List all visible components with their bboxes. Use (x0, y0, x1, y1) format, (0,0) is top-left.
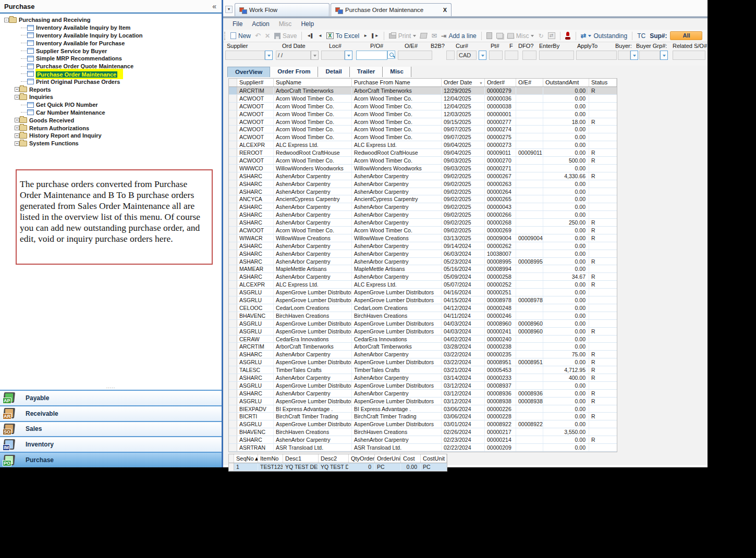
cur-combo[interactable]: CAD (457, 51, 486, 60)
tree-item[interactable]: Simple MRP Recommendations (1, 55, 219, 63)
undo-button[interactable]: ↶ (255, 32, 261, 40)
row-selector-cell[interactable] (229, 420, 237, 428)
row-selector-cell[interactable] (229, 211, 237, 218)
grid-row[interactable]: ASHARCAshenArbor CarpentryAshenArbor Car… (229, 219, 617, 227)
menu-file[interactable]: File (233, 20, 242, 28)
panel-splitter-handle[interactable]: ..... (0, 386, 222, 390)
row-selector-cell[interactable] (229, 374, 237, 381)
tree-item[interactable]: Supplier Service by Buyer (1, 47, 219, 55)
outstanding-dropdown-icon[interactable] (588, 35, 591, 37)
next-record-button[interactable]: ► (363, 33, 368, 38)
grid-row[interactable]: ASHARCAshenArbor CarpentryAshenArbor Car… (229, 242, 617, 250)
grid-row[interactable]: ARCRTIMArborCraft TimberworksArborCraft … (229, 87, 617, 95)
grid-row[interactable]: ASGRLUAspenGrove Lumber DistributorsAspe… (229, 296, 617, 304)
row-selector-cell[interactable] (229, 382, 237, 389)
row-selector-cell[interactable] (229, 195, 237, 203)
detail-column-header-itemno[interactable]: ItemNo (258, 454, 283, 463)
row-selector-cell[interactable] (229, 203, 237, 210)
plus-expander-icon[interactable]: + (15, 141, 19, 146)
view-tab-order-from[interactable]: Order From (270, 67, 318, 77)
row-selector-cell[interactable] (229, 351, 237, 358)
grid-row[interactable]: ANCYCAAncientCypress CarpentryAncientCyp… (229, 195, 617, 203)
grid-row[interactable]: REROOTRedwoodRoot CraftHouseRedwoodRoot … (229, 149, 617, 157)
grid-row[interactable]: ARCRTIMArborCraft TimberworksArborCraft … (229, 343, 617, 351)
grid-row[interactable]: ASHARCAshenArbor CarpentryAshenArbor Car… (229, 250, 617, 258)
grid-row[interactable]: ASHARCAshenArbor CarpentryAshenArbor Car… (229, 351, 617, 358)
row-selector-cell[interactable] (229, 242, 237, 250)
menu-misc[interactable]: Misc (279, 20, 292, 28)
chevron-down-icon[interactable] (265, 51, 273, 60)
tree-item[interactable]: Print Original Purchase Orders (1, 78, 219, 85)
grid-row[interactable]: ASHARCAshenArbor CarpentryAshenArbor Car… (229, 258, 617, 266)
calendar-dropdown-icon[interactable] (311, 51, 319, 60)
row-selector-cell[interactable] (229, 436, 237, 443)
chevron-down-icon[interactable] (660, 51, 668, 60)
detail-column-header-orderunit[interactable]: OrderUnit (375, 454, 401, 463)
grid-row[interactable]: ACWOOTAcorn Wood Timber Co.Acorn Wood Ti… (229, 95, 617, 103)
detail-row-selector-cell[interactable] (229, 463, 234, 470)
grid-row[interactable]: WIWACRWillowWave CreationsWillowWave Cre… (229, 234, 617, 242)
swap-window-button[interactable]: ⇄ (548, 32, 555, 39)
row-selector-cell[interactable] (229, 219, 237, 226)
row-selector-cell[interactable] (229, 141, 237, 148)
module-button-sales[interactable]: SOSales (0, 421, 222, 437)
outstanding-filter-button[interactable]: ⇄Outstanding (581, 32, 628, 40)
detail-column-header-desc1[interactable]: Desc1 (283, 454, 319, 463)
view-tab-overview[interactable]: OverView (227, 67, 270, 77)
save-button[interactable]: Save (274, 32, 297, 40)
window-tab-purchase-order-maintenance[interactable]: Purchase Order MaintenanceX (331, 3, 452, 16)
row-selector-cell[interactable] (229, 227, 237, 234)
row-selector-cell[interactable] (229, 265, 237, 272)
detail-grid-row[interactable]: 1TEST123001YQ TEST DESC111YQ TEST DESC20… (229, 463, 447, 471)
row-selector-cell[interactable] (229, 165, 237, 172)
grid-row[interactable]: ACWOOTAcorn Wood Timber Co.Acorn Wood Ti… (229, 103, 617, 110)
applyto-field[interactable] (576, 51, 617, 60)
row-selector-cell[interactable] (229, 133, 237, 141)
new-button[interactable]: New (230, 32, 251, 40)
grid-row[interactable]: ASHARCAshenArbor CarpentryAshenArbor Car… (229, 172, 617, 180)
tree-item[interactable]: Inventory Available for Purchase (1, 39, 219, 47)
last-record-button[interactable]: ▌► (372, 33, 379, 38)
po-number-search-input[interactable] (356, 51, 395, 60)
grid-row[interactable]: ACWOOTAcorn Wood Timber Co.Acorn Wood Ti… (229, 133, 617, 141)
minus-expander-icon[interactable]: − (4, 18, 9, 22)
grid-row[interactable]: ASGRLUAspenGrove Lumber DistributorsAspe… (229, 382, 617, 390)
buyer-grp-combo[interactable] (639, 51, 668, 60)
detail-column-header-costunit[interactable]: CostUnit (421, 454, 447, 463)
tree-item[interactable]: −Purchasing and Receiving (1, 16, 219, 24)
supplier-all-button[interactable]: All (670, 31, 702, 40)
grid-row[interactable]: ASHARCAshenArbor CarpentryAshenArbor Car… (229, 273, 617, 281)
row-selector-cell[interactable] (229, 118, 237, 126)
grid-row[interactable]: MAMEARMapleMettle ArtisansMapleMettle Ar… (229, 265, 617, 273)
supplier-combo[interactable] (225, 51, 273, 60)
row-selector-cell[interactable] (229, 95, 237, 102)
column-header-o-e-[interactable]: O/E# (516, 79, 543, 86)
copy-pages-button[interactable] (496, 33, 503, 39)
tree-item[interactable]: Inventory Available Inquiry by Item (1, 24, 219, 32)
grid-row[interactable]: WWWCOWillowWonders WoodworksWillowWonder… (229, 165, 617, 172)
buyer-combo[interactable] (618, 51, 638, 60)
delete-button[interactable]: ✕ (265, 32, 270, 40)
tc-label[interactable]: TC (637, 32, 645, 40)
fax-button[interactable] (420, 33, 427, 39)
search-icon[interactable] (387, 51, 395, 59)
row-selector-cell[interactable] (229, 398, 237, 405)
grid-row[interactable]: ASHARCAshenArbor CarpentryAshenArbor Car… (229, 374, 617, 382)
calculator-button[interactable] (486, 32, 492, 39)
tree-item[interactable]: +Return Authorizations (1, 124, 219, 132)
grid-row[interactable]: ACWOOTAcorn Wood Timber Co.Acorn Wood Ti… (229, 118, 617, 126)
detail-column-header-qtyorder[interactable]: QtyOrder (349, 454, 375, 463)
collapse-panel-icon[interactable]: « (212, 2, 216, 10)
grid-row[interactable]: ACWOOTAcorn Wood Timber Co.Acorn Wood Ti… (229, 157, 617, 165)
grid-row[interactable]: ALCEXPRALC Express Ltd.ALC Express Ltd.0… (229, 281, 617, 289)
grid-row[interactable]: ASHARCAshenArbor CarpentryAshenArbor Car… (229, 211, 617, 219)
grid-row[interactable]: ASRTRANASR Transload Ltd.ASR Transload L… (229, 444, 617, 452)
row-selector-cell[interactable] (229, 366, 237, 374)
window-tab-work-flow[interactable]: Work Flow (235, 3, 330, 16)
menu-help[interactable]: Help (301, 20, 314, 28)
dfo-field[interactable] (522, 51, 536, 60)
row-selector-cell[interactable] (229, 157, 237, 164)
row-selector-cell[interactable] (229, 428, 237, 436)
grid-row[interactable]: CELOOCCedarLoom CreationsCedarLoom Creat… (229, 304, 617, 312)
row-selector-cell[interactable] (229, 250, 237, 257)
